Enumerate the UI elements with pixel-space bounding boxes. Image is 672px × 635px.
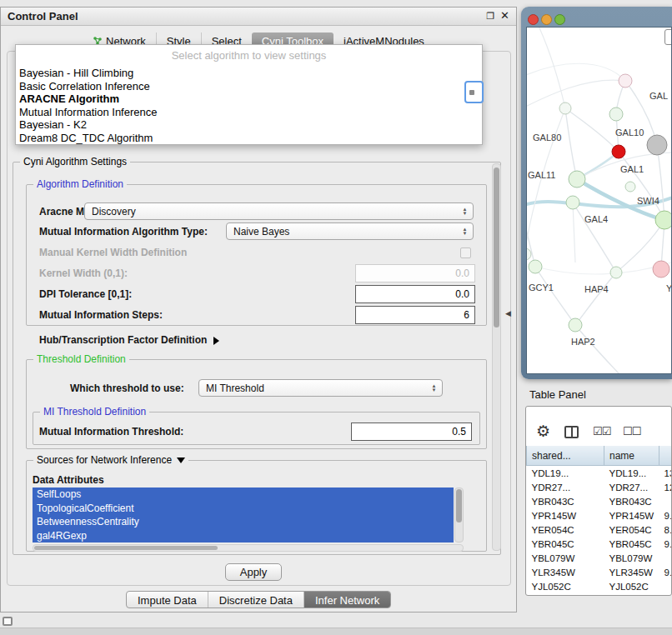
kernel-width-field[interactable]: 0.0 xyxy=(355,264,475,282)
aracne-mode-value: Discovery xyxy=(85,206,459,218)
network-node[interactable] xyxy=(609,108,623,121)
table-row[interactable]: YBR043CYBR043C xyxy=(527,494,672,508)
network-node[interactable] xyxy=(566,196,579,209)
combo-stub-glyph xyxy=(469,90,474,95)
table-row[interactable]: YPR145WYPR145W9. xyxy=(527,508,672,522)
network-node[interactable] xyxy=(625,182,635,192)
table-cell: YER054C xyxy=(604,522,659,537)
cyni-algorithm-settings-title: Cyni Algorithm Settings xyxy=(20,156,130,168)
network-edge xyxy=(573,202,575,262)
list-item[interactable]: gal4RGexp xyxy=(33,529,454,543)
canvas-toolbar-remnant[interactable] xyxy=(664,29,672,45)
scrollbar-thumb[interactable] xyxy=(456,489,462,522)
network-node[interactable] xyxy=(612,145,625,158)
table-cell: 9. xyxy=(659,508,672,522)
list-item[interactable]: TopologicalCoefficient xyxy=(33,502,454,516)
table-cell: YDL19... xyxy=(527,466,604,481)
data-attributes-label: Data Attributes xyxy=(33,473,104,487)
float-window-icon[interactable]: ❐ xyxy=(486,11,494,22)
mi-steps-field[interactable]: 6 xyxy=(355,306,475,324)
table-cell: YDL19... xyxy=(604,466,659,481)
network-node[interactable] xyxy=(569,171,585,188)
scrollbar-thumb[interactable] xyxy=(34,546,218,550)
scrollbar-thumb[interactable] xyxy=(494,168,499,328)
table-cell xyxy=(659,551,672,565)
network-node[interactable] xyxy=(647,135,667,155)
manual-kernel-checkbox[interactable] xyxy=(460,248,471,258)
table-panel-window: ⚙ ☑☑ ☐☐ shared... name YDL19...YDL19...1… xyxy=(525,406,672,596)
minimize-traffic-light[interactable] xyxy=(541,14,552,25)
network-node[interactable] xyxy=(653,261,669,278)
network-node[interactable] xyxy=(569,318,582,332)
sources-collapser[interactable]: Sources for Network Inference xyxy=(33,454,188,466)
apply-button[interactable]: Apply xyxy=(225,563,282,581)
table-cell xyxy=(659,579,672,593)
network-edge xyxy=(535,261,672,274)
column-header[interactable] xyxy=(659,446,672,466)
algorithm-dropdown-item[interactable]: Basic Correlation Inference xyxy=(16,80,482,93)
tab-infer-network[interactable]: Infer Network xyxy=(303,592,390,608)
network-node-label: GCY1 xyxy=(529,282,554,292)
network-node-label: GAL10 xyxy=(615,128,644,138)
manual-kernel-label: Manual Kernel Width Definition xyxy=(39,246,187,259)
algorithm-dropdown-item-selected[interactable]: ARACNE Algorithm xyxy=(16,92,482,106)
table-row[interactable]: YJL052CYJL052C xyxy=(527,579,672,593)
attribute-list-vscrollbar[interactable] xyxy=(454,488,464,542)
which-threshold-select[interactable]: MI Threshold ▲▼ xyxy=(198,379,443,397)
close-traffic-light[interactable] xyxy=(528,14,539,25)
table-cell: YBL079W xyxy=(527,551,604,565)
table-row[interactable]: YLR345WYLR345W9. xyxy=(527,565,672,579)
tab-discretize-data[interactable]: Discretize Data xyxy=(208,592,303,608)
table-row[interactable]: YDR27...YDR27...12 xyxy=(527,480,672,494)
aracne-mode-select[interactable]: Discovery ▲▼ xyxy=(84,202,474,220)
network-node[interactable] xyxy=(529,260,542,273)
table-cell: YBR045C xyxy=(604,537,659,551)
table-row[interactable]: YDL19...YDL19...13 xyxy=(527,466,672,481)
algorithm-dropdown-item[interactable]: Bayesian - Hill Climbing xyxy=(16,67,482,80)
column-header[interactable]: name xyxy=(604,446,659,466)
control-panel-titlebar[interactable]: Control Panel ❐ ✕ xyxy=(1,8,516,26)
deselect-all-checkboxes-icon[interactable]: ☐☐ xyxy=(623,425,640,438)
zoom-traffic-light[interactable] xyxy=(554,14,565,25)
table-row[interactable]: YER054CYER054C8. xyxy=(527,522,672,537)
columns-icon[interactable] xyxy=(564,426,579,438)
table-row[interactable]: YBR045CYBR045C9. xyxy=(527,537,672,551)
list-item[interactable]: BetweennessCentrality xyxy=(33,515,454,529)
mi-threshold-field[interactable]: 0.5 xyxy=(351,422,472,441)
table-cell: 9. xyxy=(659,565,672,579)
algorithm-definition-title: Algorithm Definition xyxy=(33,178,127,190)
network-edge xyxy=(535,267,575,325)
column-header[interactable]: shared... xyxy=(527,446,604,466)
network-canvas[interactable]: GALGAL80GAL10GAL11GAL1SWI4GAL4GCY1HAP4HA… xyxy=(526,27,672,374)
table-row[interactable]: YBL079WYBL079W xyxy=(527,551,672,565)
focused-combo-stub[interactable] xyxy=(464,81,484,103)
network-node[interactable] xyxy=(619,74,632,88)
network-node[interactable] xyxy=(610,267,622,278)
panel-collapse-icon[interactable]: ◀ xyxy=(505,309,511,318)
node-table-body: YDL19...YDL19...13YDR27...YDR27...12YBR0… xyxy=(527,466,672,594)
algorithm-dropdown-item[interactable]: Dream8 DC_TDC Algorithm xyxy=(16,132,482,145)
hub-definition-expander[interactable]: Hub/Transcription Factor Definition xyxy=(39,333,219,347)
network-edge xyxy=(527,80,625,109)
list-item[interactable]: SelfLoops xyxy=(33,488,454,502)
attribute-list-hscrollbar[interactable] xyxy=(33,544,464,552)
table-cell: YJL052C xyxy=(604,579,659,593)
table-header-row: shared... name xyxy=(527,446,672,466)
tab-impute-data[interactable]: Impute Data xyxy=(127,592,208,608)
algorithm-dropdown-item[interactable]: Mutual Information Inference xyxy=(16,106,482,119)
mi-type-select[interactable]: Naive Bayes ▲▼ xyxy=(226,222,474,240)
network-node[interactable] xyxy=(527,248,531,260)
minimized-panel-icon[interactable] xyxy=(3,617,13,626)
gear-icon[interactable]: ⚙ xyxy=(536,422,550,441)
network-node[interactable] xyxy=(655,211,672,229)
table-cell: YPR145W xyxy=(604,508,659,522)
algorithm-dropdown-item[interactable]: Bayesian - K2 xyxy=(16,118,482,132)
network-node[interactable] xyxy=(559,102,571,114)
dpi-tolerance-field[interactable]: 0.0 xyxy=(355,285,475,303)
close-window-icon[interactable]: ✕ xyxy=(500,9,509,22)
select-all-checkboxes-icon[interactable]: ☑☑ xyxy=(593,425,610,438)
table-cell: YLR345W xyxy=(527,565,604,579)
kernel-width-label: Kernel Width (0,1): xyxy=(39,267,128,280)
settings-vscrollbar[interactable] xyxy=(492,163,501,551)
threshold-definition-title: Threshold Definition xyxy=(33,353,129,365)
